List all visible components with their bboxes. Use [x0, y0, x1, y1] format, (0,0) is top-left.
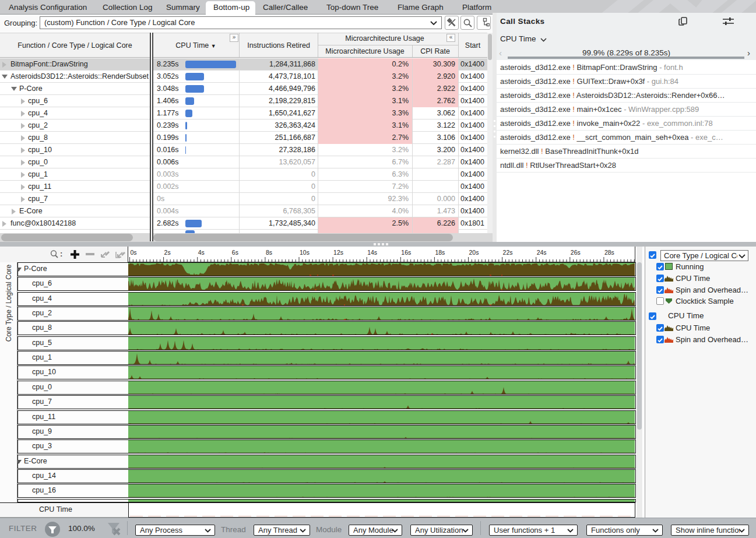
svg-text:24s: 24s — [537, 249, 547, 256]
svg-text:26s: 26s — [571, 249, 581, 256]
svg-text:0s: 0s — [131, 249, 137, 256]
svg-text:22s: 22s — [503, 249, 513, 256]
svg-text:2s: 2s — [164, 249, 171, 256]
svg-text:18s: 18s — [435, 249, 445, 256]
svg-text:20s: 20s — [469, 249, 479, 256]
svg-text:4s: 4s — [198, 249, 205, 256]
svg-text:28s: 28s — [604, 249, 614, 256]
svg-text:6s: 6s — [232, 249, 238, 256]
svg-text:10s: 10s — [300, 249, 310, 256]
svg-text:16s: 16s — [401, 249, 411, 256]
svg-text:12s: 12s — [333, 249, 343, 256]
svg-text:8s: 8s — [266, 249, 272, 256]
svg-text:14s: 14s — [367, 249, 377, 256]
